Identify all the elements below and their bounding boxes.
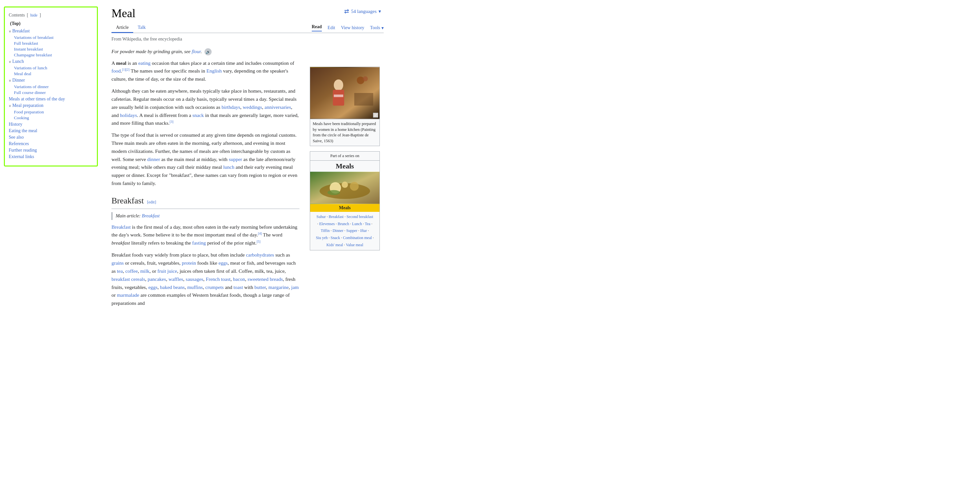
tools-button[interactable]: Tools ▾ [370, 25, 384, 31]
toc-chevron-1[interactable]: ∨ [9, 60, 11, 63]
butter-link[interactable]: butter [255, 284, 266, 290]
ref5[interactable]: [5] [257, 240, 261, 243]
eating-link[interactable]: eating [138, 60, 151, 66]
french-toast-link[interactable]: French toast [206, 276, 231, 282]
weddings-link[interactable]: weddings [243, 104, 262, 110]
eggs-link[interactable]: eggs [218, 260, 228, 266]
suhur-link[interactable]: Suhur [317, 214, 326, 219]
toc-hide-link[interactable]: hide [30, 13, 37, 18]
baked-beans-link[interactable]: baked beans [160, 284, 185, 290]
toc-sublink-full-breakfast[interactable]: Full breakfast [14, 41, 38, 46]
toc-sublink-cooking[interactable]: Cooking [14, 115, 29, 120]
toc-sublink-variations-of-lunch[interactable]: Variations of lunch [14, 65, 47, 70]
supper-link[interactable]: supper [229, 157, 242, 162]
tiffin-link[interactable]: Tiffin [321, 228, 329, 233]
sausages-link[interactable]: sausages [186, 276, 203, 282]
marmalade-link[interactable]: marmalade [117, 292, 139, 298]
toc-chevron-2[interactable]: ∨ [9, 79, 11, 82]
toc-sublist-1: Variations of lunchMeal deal [9, 65, 93, 77]
eggs-link2[interactable]: eggs [148, 284, 158, 290]
supper-series-link[interactable]: Supper [347, 228, 358, 233]
toc-link-meals-at-other-times-of-the-day[interactable]: Meals at other times of the day [9, 97, 65, 102]
english-link[interactable]: English [207, 68, 222, 74]
audio-icon[interactable]: 🔊 [205, 48, 212, 55]
read-link[interactable]: Read [312, 24, 322, 32]
iftar-link[interactable]: Iftar [360, 228, 367, 233]
series-title: Meals [310, 161, 380, 172]
pancakes-link[interactable]: pancakes [148, 276, 166, 282]
second-breakfast-link[interactable]: Second breakfast [347, 214, 373, 219]
toc-chevron-0[interactable]: ∨ [9, 30, 11, 33]
toc-chevron-4[interactable]: ∨ [9, 104, 11, 108]
toc-sublink-champagne-breakfast[interactable]: Champagne breakfast [14, 52, 52, 57]
sweetened-breads-link[interactable]: sweetened breads [248, 276, 283, 282]
expand-image-icon[interactable]: ⤢ [373, 113, 378, 117]
toc-link-eating-the-meal[interactable]: Eating the meal [9, 128, 37, 133]
tea-link2[interactable]: Tea [365, 222, 371, 226]
muffins-link[interactable]: muffins [187, 284, 203, 290]
view-history-link[interactable]: View history [341, 25, 364, 30]
toc-sublink-full-course-dinner[interactable]: Full course dinner [14, 90, 46, 95]
toc-link-references[interactable]: References [9, 141, 29, 146]
anniversaries-link[interactable]: anniversaries [264, 104, 291, 110]
toc-link-lunch[interactable]: Lunch [12, 59, 24, 64]
fasting-link[interactable]: fasting [192, 240, 206, 246]
toc-link-meal-preparation[interactable]: Meal preparation [12, 103, 43, 108]
bacon-link[interactable]: bacon [233, 276, 245, 282]
edit-link[interactable]: Edit [328, 25, 335, 30]
elevenses-link[interactable]: Elevenses [319, 222, 335, 226]
toc-link-history[interactable]: History [9, 122, 22, 127]
toc-link-dinner[interactable]: Dinner [12, 78, 25, 83]
brunch-link[interactable]: Brunch [338, 222, 349, 226]
birthdays-link[interactable]: birthdays [222, 104, 240, 110]
lunch-series-link[interactable]: Lunch [352, 222, 362, 226]
toc-sublink-variations-of-breakfast[interactable]: Variations of breakfast [14, 35, 54, 40]
toc-top-link[interactable]: (Top) [9, 21, 93, 26]
carbohydrates-link[interactable]: carbohydrates [246, 252, 274, 257]
toc-sublink-instant-breakfast[interactable]: Instant breakfast [14, 47, 43, 51]
breakfast-cereals-link[interactable]: breakfast cereals [111, 276, 145, 282]
tea-link[interactable]: tea [117, 268, 123, 274]
combination-meal-link[interactable]: Combination meal [343, 236, 372, 240]
waffles-link[interactable]: waffles [169, 276, 183, 282]
snack-link[interactable]: snack [192, 113, 204, 118]
toc-link-further-reading[interactable]: Further reading [9, 148, 37, 153]
toc-link-see-also[interactable]: See also [9, 135, 24, 140]
lunch-link[interactable]: lunch [223, 164, 234, 170]
flour-link[interactable]: flour [191, 49, 200, 54]
holidays-link[interactable]: holidays [120, 113, 137, 118]
languages-button[interactable]: ⇄ 54 languages ▾ [342, 6, 384, 16]
ref1[interactable]: [1] [122, 68, 126, 71]
margarine-link[interactable]: margarine [268, 284, 289, 290]
jam-link[interactable]: jam [291, 284, 299, 290]
breakfast-article-link[interactable]: Breakfast [142, 213, 160, 218]
grains-link[interactable]: grains [111, 260, 124, 266]
coffee-link[interactable]: coffee [126, 268, 138, 274]
snack-link2[interactable]: Snack [331, 236, 340, 240]
breakfast-series-link[interactable]: Breakfast [329, 214, 344, 219]
protein-link[interactable]: protein [182, 260, 196, 266]
fruit-juice-link[interactable]: fruit juice [158, 268, 177, 274]
toc-sublink-meal-deal[interactable]: Meal deal [14, 71, 32, 76]
milk-link[interactable]: milk [140, 268, 150, 274]
crumpets-link[interactable]: crumpets [205, 284, 224, 290]
toast-link[interactable]: toast [233, 284, 243, 290]
toc-sublink-variations-of-dinner[interactable]: Variations of dinner [14, 84, 49, 89]
ref2[interactable]: [2] [126, 68, 130, 71]
value-meal-link[interactable]: Value meal [346, 243, 363, 247]
ref3[interactable]: [3] [170, 120, 174, 124]
tab-talk[interactable]: Talk [133, 23, 150, 33]
toc-link-breakfast[interactable]: Breakfast [12, 29, 30, 34]
dinner-link[interactable]: dinner [147, 157, 160, 162]
toc-section-meal-preparation: ∨Meal preparationFood preparationCooking [9, 103, 93, 121]
dinner-series-link[interactable]: Dinner [332, 228, 343, 233]
tab-article[interactable]: Article [111, 23, 133, 33]
kids-meal-link[interactable]: Kids' meal [326, 243, 343, 247]
toc-link-external-links[interactable]: External links [9, 154, 34, 159]
breakfast-link[interactable]: Breakfast [111, 224, 130, 230]
toc-sublink-food-preparation[interactable]: Food preparation [14, 109, 44, 114]
food-link[interactable]: food [111, 68, 121, 74]
breakfast-edit-link[interactable]: edit [148, 200, 155, 205]
ref4[interactable]: [4] [258, 231, 262, 235]
siu-yeh-link[interactable]: Siu yeh [316, 236, 328, 240]
